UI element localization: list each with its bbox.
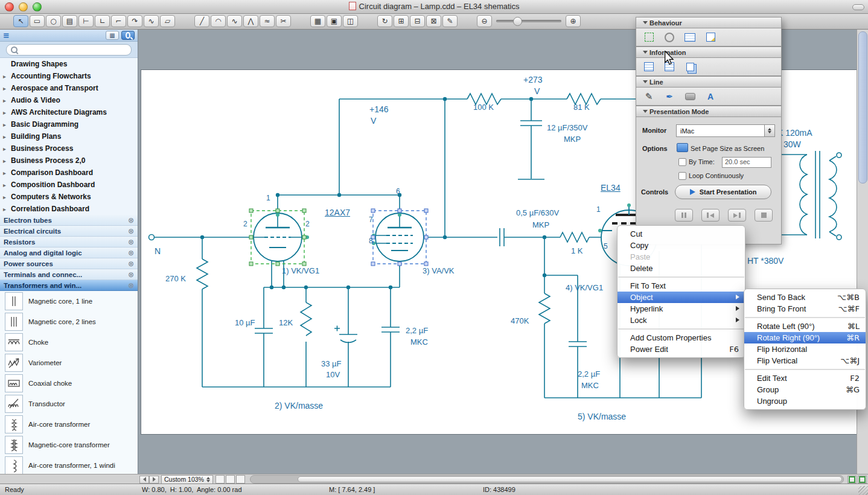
ellipse-tool[interactable]: ○	[46, 15, 61, 27]
vertical-scrollbar-thumb[interactable]	[858, 31, 867, 184]
library-section[interactable]: Resistors	[0, 237, 138, 248]
next-button[interactable]	[728, 209, 746, 222]
shape-item[interactable]: Coaxial choke	[0, 373, 138, 394]
circuit-label[interactable]: K 120mA	[777, 128, 812, 138]
presentation-section-header[interactable]: Presentation Mode	[636, 106, 782, 117]
shape-item[interactable]: Choke	[0, 332, 138, 353]
document-lines-icon[interactable]	[642, 60, 656, 73]
disclosure-triangle-icon[interactable]	[3, 109, 11, 116]
information-section-header[interactable]: Information	[636, 46, 782, 58]
library-item[interactable]: Comparison Dashboard	[0, 167, 138, 179]
submenu-item[interactable]: Send To Back ⌥⌘B	[744, 292, 866, 303]
circuit-label[interactable]: 3) VA/VK	[423, 266, 455, 275]
shape-item[interactable]: Magnetic core, 2 lines	[0, 311, 138, 332]
table-icon[interactable]	[683, 31, 697, 43]
disclosure-triangle-icon[interactable]	[3, 121, 11, 128]
loop-checkbox[interactable]	[678, 172, 686, 180]
selection-frame-icon[interactable]	[642, 31, 656, 43]
circuit-label[interactable]: 0,5 µF/630V	[516, 208, 559, 217]
line-tool[interactable]: ╱	[194, 15, 209, 27]
circuit-label[interactable]: 12AX7	[325, 208, 350, 217]
arc-connector-tool[interactable]: ↷	[127, 15, 142, 27]
circuit-label[interactable]: 2,2 µF	[406, 326, 428, 335]
library-item[interactable]: Business Process	[0, 142, 138, 155]
page-view-button[interactable]	[226, 475, 235, 484]
circuit-label[interactable]: 7	[369, 216, 373, 224]
circuit-label[interactable]: 5) VK/masse	[578, 412, 626, 421]
context-menu-item[interactable]	[618, 276, 744, 278]
submenu-item[interactable]: Rotate Right (90°) ⌘R	[744, 332, 866, 343]
circuit-label[interactable]: 1 K	[571, 246, 583, 255]
fit-page-button[interactable]	[847, 476, 857, 484]
rotation-handle-icon[interactable]	[662, 31, 677, 43]
context-menu-item[interactable]: Hyperlink	[617, 303, 745, 315]
start-presentation-button[interactable]: Start Presentation	[675, 185, 771, 199]
library-item[interactable]: Composition Dashboard	[0, 179, 138, 191]
context-menu-item[interactable]: Copy	[617, 240, 745, 251]
submenu-item[interactable]	[745, 317, 865, 318]
circuit-label[interactable]: 12K	[279, 318, 293, 327]
search-button[interactable]	[121, 31, 135, 40]
horizontal-scrollbar[interactable]	[250, 475, 844, 484]
circuit-label[interactable]: MKP	[532, 220, 549, 229]
library-item[interactable]: Accounting Flowcharts	[0, 70, 138, 82]
toolbar-toggle-button[interactable]	[852, 4, 864, 10]
tube-12ax7-b[interactable]	[375, 213, 424, 261]
circuit-label[interactable]: 10V	[326, 370, 340, 379]
page-curl-icon[interactable]	[703, 31, 718, 43]
fit-width-button[interactable]	[858, 476, 867, 484]
library-item[interactable]: Building Plans	[0, 130, 138, 142]
by-time-checkbox[interactable]	[678, 158, 686, 166]
context-menu-item[interactable]: Cut	[617, 228, 745, 240]
circuit-label[interactable]: 5	[604, 242, 608, 251]
shadow-icon[interactable]	[683, 90, 697, 103]
library-section[interactable]: Power sources	[0, 258, 138, 269]
circuit-label[interactable]: +273	[523, 75, 543, 85]
disclosure-triangle-icon[interactable]	[3, 97, 11, 104]
circuit-label[interactable]: 30W	[783, 139, 801, 149]
chain-connector-tool[interactable]: ▱	[160, 15, 175, 27]
rectangle-tool[interactable]: ▭	[30, 15, 45, 27]
pen-color-icon[interactable]: ✒	[662, 90, 677, 103]
library-section[interactable]: Analog and digital logic	[0, 248, 138, 258]
library-section[interactable]: Electrical circuits	[0, 226, 138, 237]
circuit-label[interactable]: 1) VK/VG1	[282, 266, 319, 275]
shape-item[interactable]: Air-core transformer	[0, 414, 138, 435]
eyedropper-tool[interactable]: ✎	[442, 15, 458, 27]
circuit-label[interactable]: 2	[305, 220, 310, 228]
circuit-label[interactable]: V	[371, 116, 376, 126]
shape-item[interactable]: Magnetic-core transformer	[0, 435, 138, 455]
split-tool[interactable]: ✂	[276, 15, 291, 27]
arc-tool[interactable]: ◠	[211, 15, 226, 27]
shape-intersect-tool[interactable]: ◫	[343, 15, 358, 27]
circuit-label[interactable]: 6	[396, 187, 400, 196]
disclosure-triangle-icon[interactable]	[3, 85, 11, 92]
library-item[interactable]: AWS Architecture Diagrams	[0, 106, 138, 118]
smart-connector-tool[interactable]: ⌐	[111, 15, 126, 27]
line-section-header[interactable]: Line	[636, 76, 782, 88]
close-library-icon[interactable]	[128, 260, 134, 268]
close-library-icon[interactable]	[128, 249, 134, 257]
shape-subtract-tool[interactable]: ▣	[327, 15, 342, 27]
duplicate-pages-icon[interactable]	[683, 60, 697, 73]
circuit-label[interactable]: MKC	[410, 337, 428, 346]
circuit-label[interactable]: MKP	[564, 135, 581, 144]
close-library-icon[interactable]	[128, 238, 134, 246]
context-menu-item[interactable]: Lock	[617, 315, 745, 326]
shape-item[interactable]: Magnetic core, 1 line	[0, 291, 138, 311]
zoom-level-select[interactable]: Custom 103%	[161, 475, 213, 484]
search-input[interactable]	[21, 45, 127, 54]
circuit-label[interactable]: 4) VK/VG1	[566, 283, 603, 292]
disclosure-triangle-icon[interactable]	[3, 145, 11, 152]
library-item[interactable]: Basic Diagramming	[0, 118, 138, 130]
select-tool[interactable]: ↖	[13, 15, 28, 27]
rotate-tool[interactable]: ↻	[377, 15, 392, 27]
submenu-item[interactable]: Bring To Front ⌥⌘F	[744, 303, 866, 315]
circuit-label[interactable]: 12 µF/350V	[547, 123, 587, 132]
shape-union-tool[interactable]: ▦	[310, 15, 325, 27]
shape-item[interactable]: Air-core transformer, 1 windi	[0, 455, 138, 474]
screen-size-icon[interactable]	[677, 143, 688, 152]
polyline-tool[interactable]: ⋀	[243, 15, 258, 27]
spline-tool[interactable]: ∿	[227, 15, 242, 27]
library-section[interactable]: Transformers and win...	[0, 280, 138, 291]
